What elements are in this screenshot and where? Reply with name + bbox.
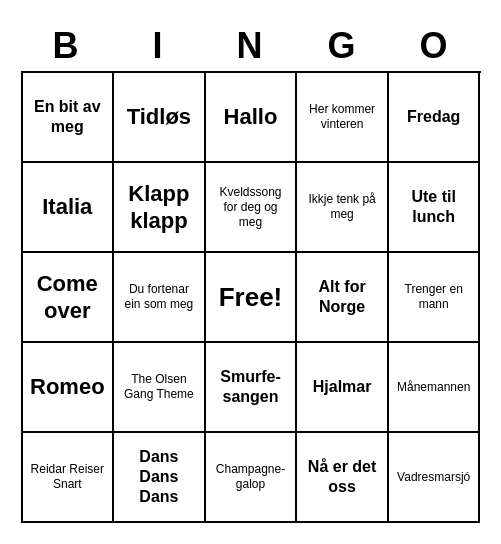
- bingo-cell-19[interactable]: Månemannen: [389, 343, 481, 433]
- bingo-cell-17[interactable]: Smurfe-sangen: [206, 343, 298, 433]
- bingo-cell-15[interactable]: Romeo: [23, 343, 115, 433]
- bingo-cell-20[interactable]: Reidar Reiser Snart: [23, 433, 115, 523]
- bingo-cell-21[interactable]: Dans Dans Dans: [114, 433, 206, 523]
- bingo-cell-14[interactable]: Trenger en mann: [389, 253, 481, 343]
- cell-text-13: Alt for Norge: [303, 277, 381, 317]
- bingo-cell-4[interactable]: Fredag: [389, 73, 481, 163]
- cell-text-6: Klapp klapp: [120, 180, 198, 235]
- header-b: B: [21, 21, 113, 71]
- bingo-cell-2[interactable]: Hallo: [206, 73, 298, 163]
- bingo-grid: En bit av megTidløsHalloHer kommer vinte…: [21, 71, 481, 523]
- cell-text-9: Ute til lunch: [395, 187, 473, 227]
- bingo-cell-10[interactable]: Come over: [23, 253, 115, 343]
- bingo-cell-5[interactable]: Italia: [23, 163, 115, 253]
- bingo-cell-6[interactable]: Klapp klapp: [114, 163, 206, 253]
- cell-text-0: En bit av meg: [29, 97, 107, 137]
- cell-text-7: Kveldssong for deg og meg: [212, 185, 290, 230]
- cell-text-19: Månemannen: [397, 380, 470, 395]
- cell-text-20: Reidar Reiser Snart: [29, 462, 107, 492]
- bingo-cell-8[interactable]: Ikkje tenk på meg: [297, 163, 389, 253]
- cell-text-24: Vadresmarsjó: [397, 470, 470, 485]
- cell-text-2: Hallo: [224, 103, 278, 131]
- bingo-cell-1[interactable]: Tidløs: [114, 73, 206, 163]
- header-o: O: [389, 21, 481, 71]
- header-i: I: [113, 21, 205, 71]
- cell-text-21: Dans Dans Dans: [120, 447, 198, 507]
- cell-text-3: Her kommer vinteren: [303, 102, 381, 132]
- cell-text-22: Champagne-galop: [212, 462, 290, 492]
- cell-text-12: Free!: [219, 281, 283, 314]
- bingo-cell-11[interactable]: Du fortenar ein som meg: [114, 253, 206, 343]
- bingo-cell-18[interactable]: Hjalmar: [297, 343, 389, 433]
- cell-text-4: Fredag: [407, 107, 460, 127]
- bingo-cell-0[interactable]: En bit av meg: [23, 73, 115, 163]
- cell-text-10: Come over: [29, 270, 107, 325]
- bingo-cell-23[interactable]: Nå er det oss: [297, 433, 389, 523]
- cell-text-8: Ikkje tenk på meg: [303, 192, 381, 222]
- cell-text-1: Tidløs: [127, 103, 191, 131]
- cell-text-23: Nå er det oss: [303, 457, 381, 497]
- bingo-cell-9[interactable]: Ute til lunch: [389, 163, 481, 253]
- bingo-cell-12[interactable]: Free!: [206, 253, 298, 343]
- cell-text-14: Trenger en mann: [395, 282, 473, 312]
- cell-text-11: Du fortenar ein som meg: [120, 282, 198, 312]
- cell-text-15: Romeo: [30, 373, 105, 401]
- header-g: G: [297, 21, 389, 71]
- bingo-cell-16[interactable]: The Olsen Gang Theme: [114, 343, 206, 433]
- cell-text-17: Smurfe-sangen: [212, 367, 290, 407]
- bingo-cell-22[interactable]: Champagne-galop: [206, 433, 298, 523]
- bingo-cell-7[interactable]: Kveldssong for deg og meg: [206, 163, 298, 253]
- bingo-cell-3[interactable]: Her kommer vinteren: [297, 73, 389, 163]
- cell-text-18: Hjalmar: [313, 377, 372, 397]
- bingo-cell-13[interactable]: Alt for Norge: [297, 253, 389, 343]
- header-n: N: [205, 21, 297, 71]
- cell-text-16: The Olsen Gang Theme: [120, 372, 198, 402]
- bingo-card: B I N G O En bit av megTidløsHalloHer ko…: [11, 11, 491, 533]
- bingo-cell-24[interactable]: Vadresmarsjó: [389, 433, 481, 523]
- bingo-header: B I N G O: [21, 21, 481, 71]
- cell-text-5: Italia: [42, 193, 92, 221]
